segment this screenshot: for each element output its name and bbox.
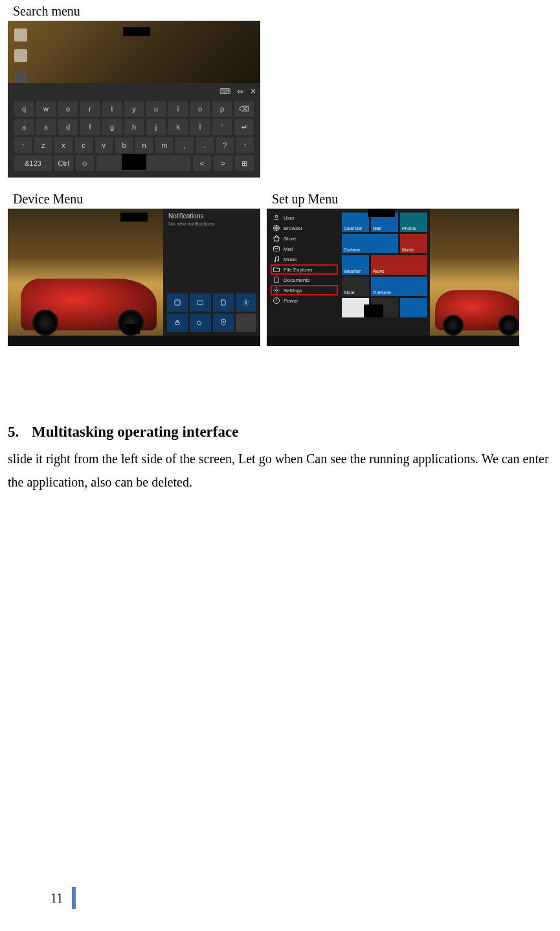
key-m: m <box>155 137 173 153</box>
key-t: t <box>102 101 122 117</box>
key-backspace: ⌫ <box>234 101 254 117</box>
key-j: j <box>146 119 166 135</box>
key-l: l <box>190 119 210 135</box>
key-emoji: ☺ <box>76 155 95 171</box>
start-tile <box>400 298 427 317</box>
music-icon <box>273 255 280 263</box>
quick-action-tablet-mode <box>167 293 188 312</box>
svg-point-9 <box>278 260 279 261</box>
quick-action-location <box>213 314 234 332</box>
desktop-icon <box>14 49 27 62</box>
key-v: v <box>95 137 113 153</box>
footer-accent-bar <box>72 887 76 909</box>
start-list-label: Music <box>284 257 297 262</box>
key-s: s <box>36 119 56 135</box>
start-tile: Photos <box>400 213 427 232</box>
start-app-list: UserBrowserStoreMailMusicFile ExplorerDo… <box>267 209 341 336</box>
key-shift: ↑ <box>14 137 32 153</box>
start-tile: OneNote <box>371 277 427 296</box>
start-list-item-power: Power <box>271 295 338 306</box>
key-apostrophe: ' <box>212 119 232 135</box>
key-i: i <box>168 101 188 117</box>
start-list-label: Mail <box>284 246 293 252</box>
keyboard-close-icon: ✕ <box>250 87 256 97</box>
keyboard-row: q w e r t y u i o p ⌫ <box>13 100 255 118</box>
start-list-item-file: File Explorer <box>271 264 338 275</box>
figure2-car <box>21 279 157 330</box>
start-list-item-user: User <box>271 213 338 223</box>
start-list-item-browser: Browser <box>271 223 338 233</box>
start-list-label: Settings <box>284 288 302 293</box>
key-q: q <box>14 101 34 117</box>
start-list-label: Documents <box>284 277 309 283</box>
file-icon <box>273 266 280 273</box>
key-g: g <box>102 119 122 135</box>
keyboard-row: a s d f g h j k l ' ↵ <box>13 118 255 136</box>
page-number: 11 <box>50 891 72 906</box>
key-comma: , <box>175 137 193 153</box>
start-tile: Weather <box>342 255 369 275</box>
quick-action-vpn <box>167 314 188 332</box>
start-list-label: Browser <box>284 225 302 231</box>
key-w: w <box>36 101 56 117</box>
start-list-label: Store <box>284 236 296 242</box>
key-question: ? <box>216 137 234 153</box>
redaction-bar <box>364 305 383 317</box>
key-o: o <box>190 101 210 117</box>
caption-device-menu: Device Menu <box>13 190 272 207</box>
start-list-item-doc: Documents <box>271 275 338 285</box>
svg-point-4 <box>223 321 224 323</box>
start-list-item-store: Store <box>271 233 338 244</box>
key-r: r <box>80 101 100 117</box>
action-center-panel: Notifications No new notifications <box>163 209 260 336</box>
figure-setup-menu: UserBrowserStoreMailMusicFile ExplorerDo… <box>267 209 519 346</box>
quick-action-blank <box>236 314 256 332</box>
key-k: k <box>168 119 188 135</box>
start-menu: UserBrowserStoreMailMusicFile ExplorerDo… <box>267 209 430 336</box>
svg-rect-0 <box>175 300 180 305</box>
mail-icon <box>273 245 280 253</box>
quick-action-settings <box>236 293 256 312</box>
key-e: e <box>58 101 78 117</box>
key-f: f <box>80 119 100 135</box>
redaction-bar <box>126 324 140 334</box>
section-5-heading: 5 Multitasking operating interface <box>8 424 552 441</box>
page-footer: 11 <box>50 887 76 909</box>
key-windows: ⊞ <box>235 155 254 171</box>
svg-point-2 <box>245 302 247 304</box>
redaction-bar <box>368 209 395 217</box>
desktop-icon <box>14 70 27 83</box>
key-right: > <box>214 155 232 171</box>
quick-action-note <box>213 293 234 312</box>
key-z: z <box>34 137 52 153</box>
svg-point-5 <box>275 215 278 218</box>
key-enter: ↵ <box>234 119 254 135</box>
key-d: d <box>58 119 78 135</box>
desktop-icon <box>14 29 27 41</box>
svg-rect-1 <box>197 301 203 305</box>
browser-icon <box>273 224 280 232</box>
start-tile: News <box>371 255 427 275</box>
start-list-label: File Explorer <box>284 267 313 273</box>
section-number: 5 <box>8 424 19 440</box>
key-left: < <box>193 155 212 171</box>
start-tile: Cortana <box>342 234 398 253</box>
action-center-subtitle: No new notifications <box>163 221 260 232</box>
figure-search-menu: ⌨ ⇔ ✕ q w e r t y u i o p ⌫ a s d f <box>8 21 260 178</box>
taskbar <box>8 336 260 346</box>
user-icon <box>273 214 280 222</box>
start-tile: Calendar <box>342 213 369 232</box>
start-tile: Music <box>400 234 427 253</box>
key-p: p <box>212 101 232 117</box>
start-tiles: CalendarMailPhotosCortanaMusicWeatherNew… <box>341 209 430 336</box>
key-a: a <box>14 119 34 135</box>
key-n: n <box>135 137 153 153</box>
redaction-bar <box>120 213 148 222</box>
start-list-item-music: Music <box>271 254 338 264</box>
start-list-item-mail: Mail <box>271 244 338 254</box>
svg-point-10 <box>276 290 278 292</box>
key-h: h <box>124 119 144 135</box>
keyboard-layout-icon: ⌨ <box>219 87 230 97</box>
store-icon <box>273 235 280 242</box>
quick-action-quiet-hours <box>190 314 210 332</box>
